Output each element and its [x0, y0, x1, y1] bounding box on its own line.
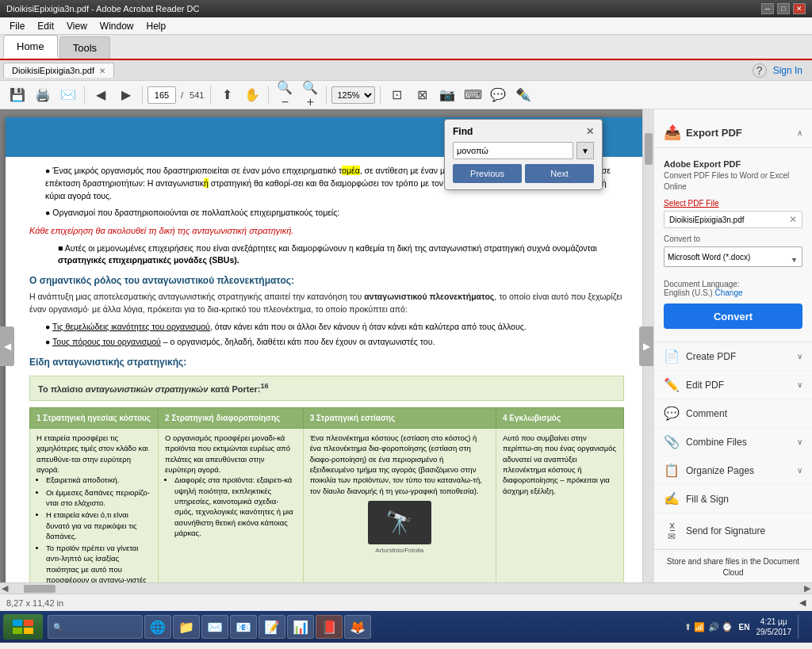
pdf-filename-display: DioikisiEpixigia3n.pdf [669, 216, 745, 224]
col4-body: Αυτό που συμβαίνει στην περίπτω-ση που έ… [496, 429, 623, 582]
find-next-btn[interactable]: Next [525, 164, 594, 183]
help-btn[interactable]: ? [753, 63, 767, 78]
page-number-input[interactable] [147, 86, 176, 104]
sidebar-tool-comment[interactable]: 💬 Comment [654, 399, 812, 428]
bottom-bar: 8,27 x 11,42 in ◀ [0, 594, 812, 611]
pdf-para-1: Η ανάπτυξη μιας αποτελεσματικής ανταγωνι… [29, 291, 624, 316]
sidebar-tool-organize[interactable]: 📋 Organize Pages ∨ [654, 456, 812, 485]
export-pdf-header[interactable]: 📤 Export PDF ∧ [654, 117, 812, 148]
fit-page-btn[interactable]: ⊡ [385, 84, 408, 106]
pdf-scrollbar-thumb[interactable] [645, 133, 653, 165]
find-dialog: Find ✕ ▼ Previous Next [444, 119, 603, 190]
sidebar-tool-combine[interactable]: 📎 Combine Files ∨ [654, 428, 812, 456]
taskbar-time: 4:21 μμ 29/5/2017 [756, 617, 792, 637]
porter-table: 1 Στρατηγική ηγεσίας κόστους 2 Στρατηγικ… [29, 407, 624, 582]
select-tool-btn[interactable]: ⬆ [216, 84, 238, 106]
find-label: Find [453, 126, 473, 137]
doc-tab[interactable]: DioikisiEpixigia3n.pdf ✕ [3, 63, 114, 78]
pen-btn[interactable]: ✒️ [512, 84, 534, 106]
send-sig-icon: x̲ ✉ [664, 520, 680, 542]
left-nav-arrow[interactable]: ◀ [0, 326, 14, 366]
combine-arrow: ∨ [797, 437, 802, 446]
sidebar-tool-create-pdf[interactable]: 📄 Create PDF ∨ [654, 342, 812, 371]
menu-help[interactable]: Help [140, 19, 173, 33]
taskbar-powerpoint[interactable]: 📊 [287, 615, 314, 639]
find-dropdown-btn[interactable]: ▼ [576, 142, 594, 159]
scroll-thumb[interactable] [24, 585, 56, 593]
sidebar-tool-edit-pdf[interactable]: ✏️ Edit PDF ∨ [654, 371, 812, 399]
pdf-bullet-2-text: Οργανισμοί που δραστηριοποιούνται σε πολ… [52, 208, 339, 217]
save-btn[interactable]: 💾 [6, 84, 29, 106]
col2-body: Ο οργανισμός προσφέρει μοναδι-κά προϊόντ… [159, 429, 304, 582]
adobe-export-desc: Convert PDF Files to Word or Excel Onlin… [664, 170, 802, 193]
zoom-select[interactable]: 125% 100% 75% 150% [331, 86, 375, 104]
col3-header: 3 Στρατηγική εστίασης [303, 408, 496, 429]
start-button[interactable] [3, 614, 43, 639]
right-sidebar: 📤 Export PDF ∧ Adobe Export PDF Convert … [653, 109, 812, 582]
minimize-btn[interactable]: ─ [761, 3, 774, 14]
doc-tab-close[interactable]: ✕ [99, 67, 105, 75]
comment-btn[interactable]: 💬 [487, 84, 509, 106]
taskbar-lang: EN [739, 623, 750, 632]
find-close-btn[interactable]: ✕ [586, 126, 594, 137]
prev-page-btn[interactable]: ◀ [90, 84, 112, 106]
print-btn[interactable]: 🖨️ [32, 84, 54, 106]
sign-in-btn[interactable]: Sign In [773, 65, 802, 76]
menu-window[interactable]: Window [94, 19, 140, 33]
taskbar-firefox[interactable]: 🦊 [344, 615, 371, 639]
maximize-btn[interactable]: □ [777, 3, 790, 14]
select-pdf-label[interactable]: Select PDF File [664, 199, 802, 208]
tab-tools[interactable]: Tools [59, 36, 110, 59]
sidebar-tool-comment-left: 💬 Comment [664, 406, 727, 421]
sidebar-tool-edit-pdf-left: ✏️ Edit PDF [664, 377, 724, 392]
doc-lang-row: Document Language: English (U.S.) Change [664, 280, 802, 297]
menu-edit[interactable]: Edit [31, 19, 60, 33]
convert-btn[interactable]: Convert [664, 304, 802, 329]
pdf-file-row: DioikisiEpixigia3n.pdf ✕ [664, 211, 802, 228]
porter-title-box: Το πλαίσιο ανταγωνιστικών στρατηγικών κα… [29, 376, 624, 401]
find-input[interactable] [453, 142, 573, 159]
bottom-scrollbar[interactable]: ◀ ▶ [0, 582, 812, 594]
taskbar-search[interactable]: 🔍 [48, 615, 143, 639]
sidebar-tool-create-pdf-left: 📄 Create PDF [664, 349, 736, 364]
sidebar-tool-send-signature[interactable]: x̲ ✉ Send for Signature [654, 513, 812, 549]
fit-width-btn[interactable]: ⊠ [411, 84, 433, 106]
doc-lang-change-link[interactable]: Change [714, 288, 742, 297]
taskbar-pdf[interactable]: 📕 [316, 615, 343, 639]
pdf-bullet-3: ■ Αυτές οι μεμονωμένες επιχειρήσεις που … [58, 242, 624, 268]
tab-right-actions: ? Sign In [753, 63, 809, 78]
organize-icon: 📋 [664, 463, 680, 478]
sep1 [84, 86, 85, 105]
pdf-area: Find ✕ ▼ Previous Next ◀ ▶ [0, 109, 653, 582]
organize-label: Organize Pages [686, 465, 754, 476]
col4-header: 4 Εγκλωβισμός [496, 408, 623, 429]
right-nav-arrow[interactable]: ▶ [639, 326, 653, 366]
edit-pdf-icon: ✏️ [664, 377, 680, 392]
scroll-right-btn[interactable]: ▶ [804, 583, 810, 594]
email-btn[interactable]: ✉️ [57, 84, 79, 106]
menu-file[interactable]: File [3, 19, 31, 33]
close-btn[interactable]: ✕ [793, 3, 806, 14]
taskbar-right: ⬆ 📶 🔊 ⌚ EN 4:21 μμ 29/5/2017 [684, 615, 809, 639]
find-prev-btn[interactable]: Previous [453, 164, 522, 183]
pdf-file-close-btn[interactable]: ✕ [789, 214, 797, 225]
taskbar-office[interactable]: 📝 [259, 615, 285, 639]
scroll-left-btn[interactable]: ◀ [2, 583, 8, 594]
menu-view[interactable]: View [60, 19, 94, 33]
next-page-btn[interactable]: ▶ [115, 84, 137, 106]
tab-home[interactable]: Home [3, 35, 58, 59]
taskbar-show-desktop[interactable] [798, 615, 802, 639]
edit-pdf-arrow: ∨ [797, 380, 802, 389]
snapshot-btn[interactable]: 📷 [436, 84, 458, 106]
taskbar-email[interactable]: ✉️ [201, 615, 228, 639]
taskbar-folder[interactable]: 📁 [173, 615, 200, 639]
sidebar-tool-fill-sign[interactable]: ✍️ Fill & Sign [654, 485, 812, 513]
zoom-in-btn[interactable]: 🔍+ [299, 84, 321, 106]
col3-body: Ένα πλεονέκτημα κόστους (εστίαση στο κόσ… [303, 429, 496, 582]
hand-tool-btn[interactable]: ✋ [241, 84, 263, 106]
taskbar-outlook[interactable]: 📧 [230, 615, 257, 639]
touchup-btn[interactable]: ⌨ [462, 84, 484, 106]
zoom-out-btn[interactable]: 🔍− [274, 84, 296, 106]
taskbar-ie[interactable]: 🌐 [144, 615, 171, 639]
convert-to-select[interactable]: Microsoft Word (*.docx) Microsoft Excel … [664, 246, 802, 267]
